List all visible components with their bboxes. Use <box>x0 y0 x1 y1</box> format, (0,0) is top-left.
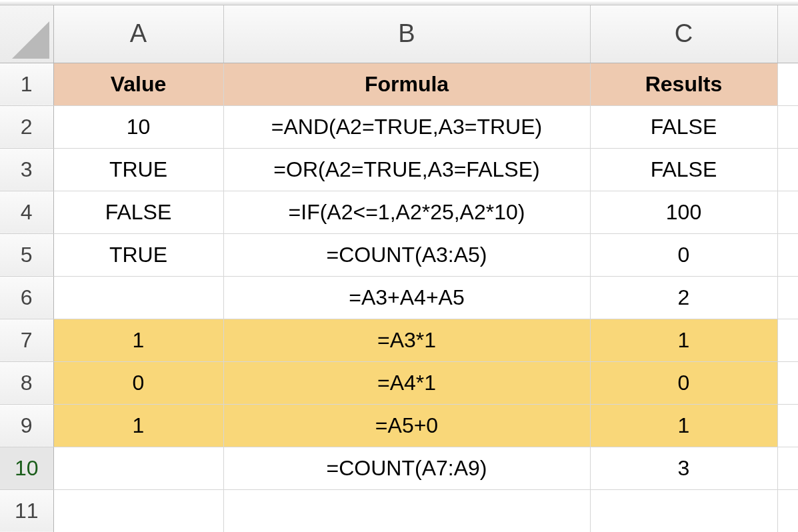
row-header-11[interactable]: 11 <box>0 489 53 532</box>
cell-C6[interactable]: 2 <box>590 276 777 319</box>
cell-C8[interactable]: 0 <box>590 361 777 404</box>
cell-A4[interactable]: FALSE <box>53 191 223 233</box>
row-header-9[interactable]: 9 <box>0 404 53 447</box>
cell-edge-6 <box>777 276 798 319</box>
cell-C1[interactable]: Results <box>590 63 777 105</box>
cell-A1[interactable]: Value <box>53 63 223 105</box>
row-header-4[interactable]: 4 <box>0 191 53 233</box>
cell-B2[interactable]: =AND(A2=TRUE,A3=TRUE) <box>223 105 590 148</box>
cell-B9[interactable]: =A5+0 <box>223 404 590 447</box>
cell-edge-10 <box>777 447 798 489</box>
cell-A11[interactable] <box>53 489 223 532</box>
row-4: 4FALSE=IF(A2<=1,A2*25,A2*10)100 <box>0 191 798 233</box>
cell-C7[interactable]: 1 <box>590 319 777 361</box>
row-9: 91=A5+01 <box>0 404 798 447</box>
cell-C4[interactable]: 100 <box>590 191 777 233</box>
row-header-2[interactable]: 2 <box>0 105 53 148</box>
row-header-5[interactable]: 5 <box>0 233 53 276</box>
cell-edge-9 <box>777 404 798 447</box>
row-11: 11 <box>0 489 798 532</box>
cell-B11[interactable] <box>223 489 590 532</box>
row-3: 3TRUE=OR(A2=TRUE,A3=FALSE)FALSE <box>0 148 798 191</box>
row-header-1[interactable]: 1 <box>0 63 53 105</box>
cell-edge-4 <box>777 191 798 233</box>
column-header-C[interactable]: C <box>590 5 777 63</box>
cell-C9[interactable]: 1 <box>590 404 777 447</box>
cell-A6[interactable] <box>53 276 223 319</box>
cell-B7[interactable]: =A3*1 <box>223 319 590 361</box>
select-all-corner[interactable] <box>0 5 53 63</box>
row-5: 5TRUE=COUNT(A3:A5)0 <box>0 233 798 276</box>
select-all-icon <box>12 21 49 59</box>
spreadsheet: A B C 1 Value Formula Results 210=AND(A2… <box>0 5 798 532</box>
cell-B4[interactable]: =IF(A2<=1,A2*25,A2*10) <box>223 191 590 233</box>
column-header-row: A B C <box>0 5 798 63</box>
row-header-8[interactable]: 8 <box>0 361 53 404</box>
cell-edge-8 <box>777 361 798 404</box>
cell-edge-11 <box>777 489 798 532</box>
row-10: 10=COUNT(A7:A9)3 <box>0 447 798 489</box>
row-header-3[interactable]: 3 <box>0 148 53 191</box>
cell-edge-7 <box>777 319 798 361</box>
cell-A2[interactable]: 10 <box>53 105 223 148</box>
cell-C11[interactable] <box>590 489 777 532</box>
cell-A7[interactable]: 1 <box>53 319 223 361</box>
column-header-edge <box>777 5 798 63</box>
column-header-A[interactable]: A <box>53 5 223 63</box>
row-8: 80=A4*10 <box>0 361 798 404</box>
row-1: 1 Value Formula Results <box>0 63 798 105</box>
row-2: 210=AND(A2=TRUE,A3=TRUE)FALSE <box>0 105 798 148</box>
cell-C5[interactable]: 0 <box>590 233 777 276</box>
cell-A10[interactable] <box>53 447 223 489</box>
cell-B1[interactable]: Formula <box>223 63 590 105</box>
cell-C10[interactable]: 3 <box>590 447 777 489</box>
cell-A5[interactable]: TRUE <box>53 233 223 276</box>
cell-C2[interactable]: FALSE <box>590 105 777 148</box>
row-7: 71=A3*11 <box>0 319 798 361</box>
row-header-10[interactable]: 10 <box>0 447 53 489</box>
cell-A9[interactable]: 1 <box>53 404 223 447</box>
row-6: 6=A3+A4+A52 <box>0 276 798 319</box>
cell-B5[interactable]: =COUNT(A3:A5) <box>223 233 590 276</box>
row-header-6[interactable]: 6 <box>0 276 53 319</box>
cell-A8[interactable]: 0 <box>53 361 223 404</box>
cell-B6[interactable]: =A3+A4+A5 <box>223 276 590 319</box>
cell-edge-1 <box>777 63 798 105</box>
cell-edge-5 <box>777 233 798 276</box>
row-header-7[interactable]: 7 <box>0 319 53 361</box>
cell-B10[interactable]: =COUNT(A7:A9) <box>223 447 590 489</box>
cell-B3[interactable]: =OR(A2=TRUE,A3=FALSE) <box>223 148 590 191</box>
cell-edge-3 <box>777 148 798 191</box>
column-header-B[interactable]: B <box>223 5 590 63</box>
cell-edge-2 <box>777 105 798 148</box>
cell-C3[interactable]: FALSE <box>590 148 777 191</box>
cell-A3[interactable]: TRUE <box>53 148 223 191</box>
cell-B8[interactable]: =A4*1 <box>223 361 590 404</box>
